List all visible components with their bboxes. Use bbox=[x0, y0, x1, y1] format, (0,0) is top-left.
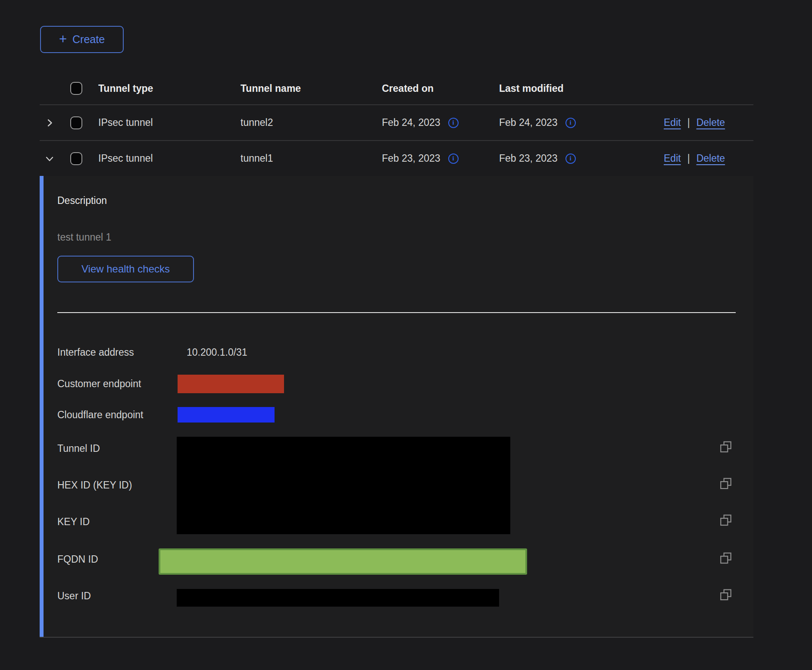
plus-icon: + bbox=[59, 32, 67, 46]
key-id-label: KEY ID bbox=[57, 516, 90, 528]
row-checkbox-cell bbox=[59, 152, 98, 165]
tunnel-type-cell: IPsec tunnel bbox=[98, 153, 240, 164]
select-all-checkbox[interactable] bbox=[70, 82, 82, 95]
column-header-last-modified: Last modified bbox=[499, 83, 664, 94]
delete-link[interactable]: Delete bbox=[696, 117, 725, 128]
created-on-value: Feb 23, 2023 bbox=[382, 153, 440, 164]
last-modified-cell: Feb 24, 2023 i bbox=[499, 117, 664, 128]
tunnel-type-cell: IPsec tunnel bbox=[98, 117, 240, 128]
tunnels-page: + Create Tunnel type Tunnel name Created… bbox=[0, 0, 812, 670]
copy-icon bbox=[719, 513, 733, 527]
header-checkbox-cell bbox=[59, 82, 98, 95]
copy-icon bbox=[719, 588, 733, 602]
table-header-row: Tunnel type Tunnel name Created on Last … bbox=[40, 72, 753, 104]
user-id-label: User ID bbox=[57, 590, 91, 602]
chevron-right-icon bbox=[44, 118, 55, 128]
copy-key-id-button[interactable] bbox=[719, 513, 733, 527]
tunnel1-detail-panel: Description test tunnel 1 View health ch… bbox=[40, 176, 753, 638]
table-row-tunnel1: IPsec tunnel tunnel1 Feb 23, 2023 i Feb … bbox=[40, 140, 753, 176]
copy-fqdn-id-button[interactable] bbox=[719, 551, 733, 565]
edit-link[interactable]: Edit bbox=[664, 117, 681, 128]
view-health-checks-button[interactable]: View health checks bbox=[57, 256, 194, 282]
cloudflare-endpoint-redaction bbox=[178, 407, 275, 423]
create-button[interactable]: + Create bbox=[40, 26, 124, 53]
interface-address-label: Interface address bbox=[57, 347, 134, 358]
info-icon[interactable]: i bbox=[448, 118, 459, 128]
delete-link[interactable]: Delete bbox=[696, 153, 725, 164]
info-icon[interactable]: i bbox=[565, 118, 576, 128]
row-actions: Edit | Delete bbox=[664, 153, 753, 164]
actions-separator: | bbox=[687, 153, 690, 164]
row-checkbox[interactable] bbox=[70, 116, 82, 129]
last-modified-value: Feb 24, 2023 bbox=[499, 117, 558, 128]
copy-icon bbox=[719, 477, 733, 491]
tunnels-table: Tunnel type Tunnel name Created on Last … bbox=[40, 72, 753, 176]
last-modified-value: Feb 23, 2023 bbox=[499, 153, 558, 164]
copy-tunnel-id-button[interactable] bbox=[719, 440, 733, 454]
actions-separator: | bbox=[687, 117, 690, 128]
hex-id-label: HEX ID (KEY ID) bbox=[57, 479, 132, 491]
user-id-redaction bbox=[177, 589, 499, 607]
ids-redaction-block bbox=[177, 437, 510, 534]
detail-divider bbox=[57, 312, 736, 313]
last-modified-cell: Feb 23, 2023 i bbox=[499, 153, 664, 164]
description-value: test tunnel 1 bbox=[57, 232, 111, 243]
table-row-tunnel2: IPsec tunnel tunnel2 Feb 24, 2023 i Feb … bbox=[40, 104, 753, 140]
created-on-cell: Feb 24, 2023 i bbox=[382, 117, 499, 128]
column-header-created-on: Created on bbox=[382, 83, 499, 94]
tunnel-id-label: Tunnel ID bbox=[57, 443, 100, 454]
copy-icon bbox=[719, 440, 733, 454]
row-checkbox[interactable] bbox=[70, 152, 82, 165]
edit-link[interactable]: Edit bbox=[664, 153, 681, 164]
info-icon[interactable]: i bbox=[565, 153, 576, 164]
description-label: Description bbox=[57, 195, 107, 207]
created-on-cell: Feb 23, 2023 i bbox=[382, 153, 499, 164]
row-checkbox-cell bbox=[59, 116, 98, 129]
expand-row-button[interactable] bbox=[40, 118, 59, 128]
column-header-tunnel-type: Tunnel type bbox=[98, 83, 240, 94]
cloudflare-endpoint-label: Cloudflare endpoint bbox=[57, 409, 143, 421]
create-button-label: Create bbox=[72, 33, 105, 46]
tunnel-name-cell: tunnel2 bbox=[240, 117, 382, 128]
chevron-down-icon bbox=[44, 153, 55, 164]
customer-endpoint-label: Customer endpoint bbox=[57, 378, 141, 390]
copy-user-id-button[interactable] bbox=[719, 588, 733, 602]
copy-icon bbox=[719, 551, 733, 565]
fqdn-id-label: FQDN ID bbox=[57, 554, 98, 565]
created-on-value: Feb 24, 2023 bbox=[382, 117, 440, 128]
copy-hex-id-button[interactable] bbox=[719, 477, 733, 491]
collapse-row-button[interactable] bbox=[40, 153, 59, 164]
interface-address-value: 10.200.1.0/31 bbox=[187, 347, 247, 358]
row-actions: Edit | Delete bbox=[664, 117, 753, 128]
info-icon[interactable]: i bbox=[448, 153, 459, 164]
tunnel-name-cell: tunnel1 bbox=[240, 153, 382, 164]
customer-endpoint-redaction bbox=[178, 375, 284, 393]
fqdn-id-redaction bbox=[159, 548, 527, 575]
expanded-accent-bar bbox=[40, 176, 44, 637]
column-header-tunnel-name: Tunnel name bbox=[240, 83, 382, 94]
